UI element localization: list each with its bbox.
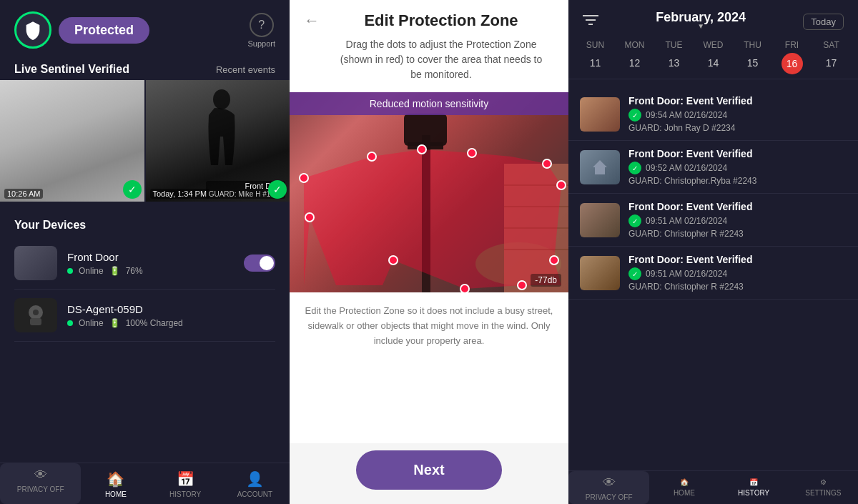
live-sentinel-title: Live Sentinel Verified <box>14 63 129 76</box>
back-button[interactable]: ← <box>304 11 320 29</box>
right-nav-privacy[interactable]: 👁 PRIVACY OFF <box>568 471 649 504</box>
verified-icon-3: ✓ <box>628 214 641 227</box>
right-nav-label-settings: SETTINGS <box>805 489 841 497</box>
calendar-grid: SUN MON TUE WED THU FRI SAT 11 12 13 14 … <box>568 37 858 74</box>
event-guard-3: GUARD: Christopher R #2243 <box>628 229 847 239</box>
nav-label-history: HISTORY <box>169 490 201 498</box>
device-info-dsagent: DS-Agent-059D Online 🔋 100% Charged <box>67 303 275 328</box>
zone-dot-11[interactable] <box>549 255 559 265</box>
camera-thumb-right[interactable]: Today, 1:34 PM Front Door GUARD: Mike H … <box>146 80 290 202</box>
nav-label-privacy: PRIVACY OFF <box>17 485 64 493</box>
event-image-2 <box>580 150 620 184</box>
next-button[interactable]: Next <box>356 450 501 490</box>
zone-dot-10[interactable] <box>517 280 527 290</box>
device-toggle-frontdoor[interactable] <box>244 255 275 272</box>
battery-icon-dsagent: 🔋 <box>109 318 120 328</box>
modal-subtitle: Drag the dots to adjust the Protection Z… <box>334 37 548 82</box>
right-history-icon: 📅 <box>749 478 758 486</box>
camera-right-timestamp: Today, 1:34 PM <box>150 189 210 199</box>
protection-zone-image[interactable]: Reduced motion sensitivity -77db <box>290 92 568 292</box>
verified-badge-left: ✓ <box>123 180 142 199</box>
cal-day-14[interactable]: 14 <box>694 53 733 74</box>
nav-item-privacy[interactable]: 👁 PRIVACY OFF <box>0 463 81 504</box>
svg-marker-13 <box>304 149 561 289</box>
event-content-4: Front Door: Event Verified ✓ 09:51 AM 02… <box>628 254 847 292</box>
right-nav-home[interactable]: 🏠 HOME <box>649 471 719 504</box>
cal-day-11[interactable]: 11 <box>576 53 615 74</box>
event-meta-1: ✓ 09:54 AM 02/16/2024 <box>628 109 847 122</box>
zone-dot-9[interactable] <box>460 284 470 292</box>
cal-day-13[interactable]: 13 <box>654 53 694 74</box>
zone-dot-6[interactable] <box>542 159 552 169</box>
event-title-4: Front Door: Event Verified <box>628 254 847 265</box>
event-item-2[interactable]: Front Door: Event Verified ✓ 09:52 AM 02… <box>568 141 858 194</box>
account-icon: 👤 <box>246 470 264 488</box>
device-item-dsagent[interactable]: DS-Agent-059D Online 🔋 100% Charged <box>14 290 275 342</box>
left-bottom-nav: 👁 PRIVACY OFF 🏠 HOME 📅 HISTORY 👤 ACCOUNT <box>0 463 290 504</box>
right-nav-label-privacy: PRIVACY OFF <box>586 493 633 501</box>
cal-day-17[interactable]: 17 <box>812 53 851 74</box>
zone-dot-2[interactable] <box>305 212 315 222</box>
device-name-dsagent: DS-Agent-059D <box>67 303 275 315</box>
events-list: Front Door: Event Verified ✓ 09:54 AM 02… <box>568 84 858 470</box>
nav-item-home[interactable]: 🏠 HOME <box>81 463 150 504</box>
nav-label-home: HOME <box>105 490 127 498</box>
right-nav-label-home: HOME <box>674 489 695 497</box>
protected-label: Protected <box>59 17 149 44</box>
zone-dot-5[interactable] <box>467 148 477 158</box>
device-image-dsagent <box>14 298 57 332</box>
right-bottom-nav: 👁 PRIVACY OFF 🏠 HOME 📅 HISTORY ⚙ SETTING… <box>568 470 858 504</box>
zone-dot-3[interactable] <box>367 152 377 162</box>
zone-dot-1[interactable] <box>299 173 309 183</box>
event-time-2: 09:52 AM 02/16/2024 <box>646 163 727 173</box>
person-silhouette <box>200 87 243 179</box>
today-button[interactable]: Today <box>803 14 844 30</box>
filter-icon[interactable] <box>583 14 598 30</box>
support-button[interactable]: ? Support <box>247 13 275 48</box>
right-nav-settings[interactable]: ⚙ SETTINGS <box>789 471 858 504</box>
zone-dot-8[interactable] <box>388 255 398 265</box>
home-icon: 🏠 <box>107 470 124 488</box>
device-online-label-frontdoor: Online <box>79 266 104 276</box>
right-nav-history[interactable]: 📅 HISTORY <box>719 471 789 504</box>
nav-item-history[interactable]: 📅 HISTORY <box>151 463 220 504</box>
cal-header-sun: SUN <box>576 37 615 53</box>
nav-item-account[interactable]: 👤 ACCOUNT <box>220 463 290 504</box>
cal-day-15[interactable]: 15 <box>733 53 772 74</box>
zone-dot-4[interactable] <box>417 144 427 154</box>
camera-thumb-left[interactable]: 10:26 AM ✓ <box>0 80 144 202</box>
protected-badge: Protected <box>14 11 149 49</box>
live-sentinel-header: Live Sentinel Verified Recent events <box>0 56 290 80</box>
toggle-knob-frontdoor <box>260 256 274 270</box>
device-item-frontdoor[interactable]: Front Door Online 🔋 76% <box>14 237 275 290</box>
cal-header-tue: TUE <box>654 37 694 53</box>
event-item-1[interactable]: Front Door: Event Verified ✓ 09:54 AM 02… <box>568 88 858 141</box>
event-guard-2: GUARD: Christopher.Ryba #2243 <box>628 176 847 186</box>
device-status-frontdoor: Online 🔋 76% <box>67 266 234 276</box>
event-thumb-2 <box>580 150 620 184</box>
camera-feed-container: 10:26 AM ✓ Today, 1:34 PM Front Door GUA… <box>0 80 290 202</box>
event-item-4[interactable]: Front Door: Event Verified ✓ 09:51 AM 02… <box>568 247 858 300</box>
event-guard-4: GUARD: Christopher R #2243 <box>628 282 847 292</box>
event-thumb-4 <box>580 256 620 290</box>
speaker-icon <box>23 302 49 328</box>
zone-dot-7[interactable] <box>556 180 566 190</box>
recent-events-link[interactable]: Recent events <box>216 64 275 75</box>
svg-point-3 <box>33 310 39 315</box>
event-content-3: Front Door: Event Verified ✓ 09:51 AM 02… <box>628 201 847 239</box>
device-thumb-frontdoor <box>14 246 57 280</box>
event-item-3[interactable]: Front Door: Event Verified ✓ 09:51 AM 02… <box>568 194 858 247</box>
event-content-2: Front Door: Event Verified ✓ 09:52 AM 02… <box>628 148 847 186</box>
event-time-1: 09:54 AM 02/16/2024 <box>646 110 727 120</box>
svg-point-0 <box>213 89 230 109</box>
cal-day-16[interactable]: 16 <box>781 53 803 74</box>
battery-level-dsagent: 100% Charged <box>126 318 183 328</box>
privacy-icon: 👁 <box>34 468 47 483</box>
nav-label-account: ACCOUNT <box>237 490 272 498</box>
online-dot-dsagent <box>67 320 73 326</box>
calendar-divider <box>568 79 858 79</box>
cal-day-16-container[interactable]: 16 <box>772 53 812 74</box>
cal-day-12[interactable]: 12 <box>615 53 654 74</box>
devices-section: Your Devices Front Door Online 🔋 76% <box>0 202 290 463</box>
event-title-1: Front Door: Event Verified <box>628 95 847 107</box>
